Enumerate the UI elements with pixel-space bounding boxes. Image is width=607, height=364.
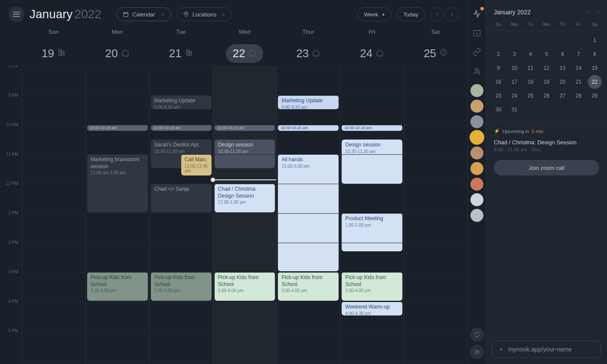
mini-cal-day[interactable]: 4 [522,47,538,61]
calendar-event[interactable]: Design session10.30-11.30 am [215,140,275,168]
calendar-event[interactable]: Marketing Update9.00-9.30 am [278,95,339,109]
mini-cal-day[interactable]: 10 [506,61,522,75]
mini-cal-day[interactable]: 18 [522,75,538,89]
date-cell[interactable]: 20 [85,47,149,60]
team-avatar[interactable] [470,178,483,191]
date-cell[interactable]: 19 [22,47,85,60]
date-cell[interactable]: 22 [213,44,277,63]
mini-cal-day[interactable]: 7 [571,47,587,61]
calendar-event[interactable]: Pick-up Kids from School3.00-4.00 pm [151,272,212,301]
calendar-event[interactable]: Marketing Update9.00-9.30 am [151,95,212,109]
mini-cal-day[interactable]: 2 [490,47,506,61]
calendar-event[interactable]: Pick-up Kids from School3.00-4.00 pm [342,272,402,301]
calendar-event[interactable]: Pick-up Kids from School3.00-4.00 pm [215,272,275,301]
mini-cal-day[interactable]: 8 [587,47,603,61]
calendar-event[interactable]: 10.00-10.15 am [151,125,212,131]
mini-cal-day[interactable]: 14 [571,61,587,75]
team-avatar[interactable] [470,162,483,175]
mini-cal-day[interactable]: 20 [555,75,571,89]
date-cell[interactable]: 25 [404,47,467,60]
mini-cal-day[interactable]: 19 [538,75,555,89]
team-avatar[interactable] [470,84,483,97]
mini-cal-day[interactable]: 6 [555,47,571,61]
page-title: January2022 [29,7,101,21]
people-icon[interactable] [470,345,484,359]
calendar-event[interactable]: Chad <> Sanja [151,184,212,212]
calendar-event[interactable]: 10.00-10.15 am [278,125,339,131]
day-column[interactable]: 10.00-10.15 amDesign session10.30-11.30 … [340,66,404,364]
mini-cal-day[interactable]: 11 [522,61,538,75]
mini-cal-day[interactable]: 29 [587,89,603,103]
calendar-event[interactable]: Pick-up Kids from School3.00-4.00 pm [278,272,339,301]
team-avatar[interactable] [470,131,483,144]
join-call-button[interactable]: Join zoom call [494,160,599,176]
link-icon[interactable] [471,46,483,58]
mini-cal-day[interactable]: 28 [571,89,587,103]
day-column[interactable] [22,66,85,364]
mini-cal-day[interactable]: 21 [571,75,587,89]
calendar-event[interactable]: Weekend Warm-up4.00-4.30 pm [342,302,402,315]
mini-cal-day[interactable]: 24 [506,89,522,103]
mini-cal-day[interactable]: 1 [587,33,603,47]
calendar-event[interactable]: Pick-up Kids from School3.00-4.00 pm [87,272,148,301]
share-link-card[interactable]: ＋ mynook.app/your-name [492,341,601,358]
prev-button[interactable]: ‹ [430,7,444,21]
view-selector[interactable]: Week ▾ [357,7,392,21]
mini-cal-day[interactable]: 31 [506,103,522,117]
mini-cal-day[interactable]: 9 [490,61,506,75]
event-title: Marketing Update [154,98,208,104]
locations-tab[interactable]: Locations L [176,7,232,21]
mini-cal-day[interactable]: 13 [555,61,571,75]
mini-cal-day[interactable]: 23 [490,89,506,103]
team-avatar[interactable] [470,115,483,128]
team-avatar[interactable] [470,100,483,113]
menu-button[interactable] [9,6,24,22]
event-time: 11.00-11.45 am [185,164,208,173]
refresh-icon[interactable] [470,328,484,341]
date-cell[interactable]: 21 [149,47,213,60]
mini-cal-day[interactable]: 12 [538,61,555,75]
event-title: Product Meeting [345,215,399,222]
add-calendar-icon[interactable] [471,27,483,39]
calendar-tab[interactable]: Calendar C [116,7,171,21]
calendar-event[interactable]: 10.00-10.15 am [342,125,402,131]
day-column[interactable]: Marketing Update9.00-9.30 am10.00-10.15 … [276,66,340,364]
mini-cal-day[interactable]: 27 [555,89,571,103]
date-cell[interactable]: 23 [276,47,340,60]
event-title: Weekend Warm-up [345,304,399,311]
calendar-event[interactable]: All hands11.00-3.00 pm [278,154,339,271]
mini-cal-day[interactable]: 30 [490,103,506,117]
mini-cal-day[interactable]: 3 [506,47,522,61]
calendar-event[interactable]: Marketing brainstorm session11.00 am-1.0… [87,154,148,212]
calendar-event[interactable]: 10.00-10.15 am [215,125,275,131]
user-search-icon[interactable] [471,65,483,77]
day-column[interactable]: 10.00-10.15 amDesign session10.30-11.30 … [213,66,277,364]
mini-prev-button[interactable]: ‹ [587,9,590,16]
mini-next-button[interactable]: › [597,9,599,16]
day-column[interactable] [404,66,467,364]
next-button[interactable]: › [445,7,459,21]
team-avatar[interactable] [470,193,483,206]
team-avatar[interactable] [470,209,483,222]
mini-cal-day[interactable]: 16 [490,75,506,89]
mini-cal-day[interactable]: 25 [522,89,538,103]
calendar-event[interactable]: Chad / Christina: Design Session12.00-1.… [215,184,275,212]
day-column[interactable]: Marketing brainstorm session11.00 am-1.0… [85,66,149,364]
svg-rect-2 [59,49,61,55]
mini-cal-day[interactable]: 15 [587,61,603,75]
mini-cal-day[interactable]: 26 [538,89,555,103]
date-cell[interactable]: 24 [340,47,404,60]
team-avatar[interactable] [470,146,483,159]
day-column[interactable]: Marketing Update9.00-9.30 am10.00-10.15 … [149,66,213,364]
chevron-right-icon: › [451,11,453,17]
calendar-event[interactable]: Product Meeting1.00-2.00 pm [342,213,402,251]
calendar-event[interactable]: Call Marc11.00-11.45 am [181,154,212,176]
today-button[interactable]: Today [397,7,425,21]
calendar-event[interactable]: Design session10.30-11.30 am [342,140,402,184]
mini-cal-day[interactable]: 5 [538,47,555,61]
event-time: 10.30-11.30 am [345,149,399,154]
calendar-event[interactable]: 10.00-10.15 am [87,125,148,131]
activity-icon[interactable] [471,8,483,20]
mini-cal-day[interactable]: 22 [588,75,602,89]
mini-cal-day[interactable]: 17 [506,75,522,89]
